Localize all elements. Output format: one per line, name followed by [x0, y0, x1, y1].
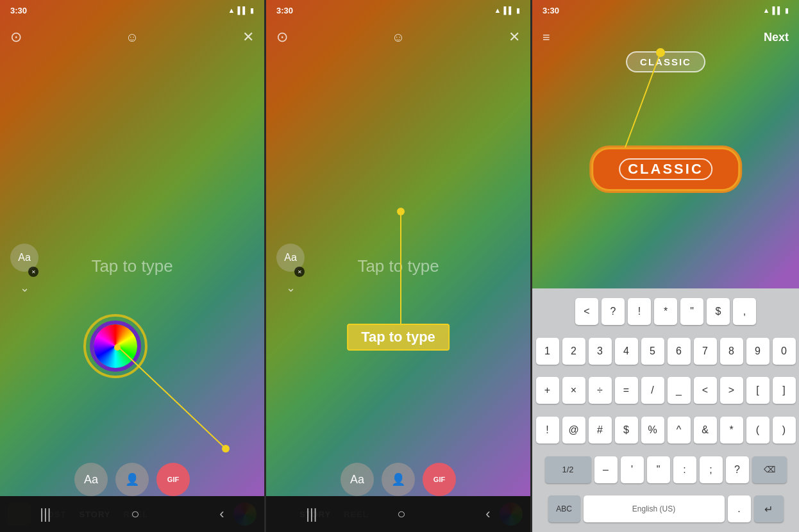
key-semi[interactable]: ;: [700, 456, 723, 483]
key-eq[interactable]: =: [615, 377, 638, 404]
signal-icon: ▌▌: [237, 6, 248, 14]
gif-toolbar-btn-1[interactable]: GIF: [156, 463, 190, 496]
avatar-icon-2: 👤: [391, 472, 405, 486]
key-slash[interactable]: /: [641, 377, 664, 404]
classic-btn-main[interactable]: CLASSIC: [591, 147, 740, 191]
key-3[interactable]: 3: [589, 338, 612, 365]
key-7[interactable]: 7: [694, 338, 717, 365]
key-under[interactable]: _: [668, 377, 691, 404]
key-8[interactable]: 8: [720, 338, 743, 365]
font-style-btn-1: Aa ✕ ⌄: [10, 244, 38, 295]
close-icon-2[interactable]: ✕: [509, 29, 520, 46]
panel3-gradient-area: 3:30 ▲ ▌▌ ▮ ≡ CLASSIC Next CLASSIC: [532, 0, 799, 288]
key-backspace[interactable]: ⌫: [752, 456, 787, 483]
key-lbr[interactable]: [: [746, 377, 770, 404]
key-apos[interactable]: ': [621, 456, 644, 483]
key-excl[interactable]: !: [628, 298, 651, 325]
font-close-1[interactable]: ✕: [28, 267, 38, 277]
key-dquote[interactable]: ": [647, 456, 670, 483]
key-caret[interactable]: ^: [668, 417, 691, 444]
key-9[interactable]: 9: [746, 338, 770, 365]
key-star2[interactable]: *: [720, 417, 743, 444]
panel-1: 3:30 ▲ ▌▌ ▮ ⊙ ☺ ✕ Tap to type Aa ✕ ⌄: [0, 0, 266, 532]
key-div[interactable]: ÷: [589, 377, 612, 404]
face-icon[interactable]: ☺: [126, 30, 139, 45]
face-icon-2[interactable]: ☺: [392, 30, 405, 45]
key-row-5: 1/2 – ' " : ; ? ⌫: [535, 452, 796, 488]
key-return[interactable]: ↵: [754, 495, 784, 522]
key-plus[interactable]: +: [536, 377, 559, 404]
font-close-2[interactable]: ✕: [294, 267, 305, 277]
chevron-down-2[interactable]: ⌄: [286, 281, 296, 295]
close-icon-1[interactable]: ✕: [242, 29, 254, 46]
bottom-toolbar-2: Aa 👤 GIF: [330, 463, 530, 496]
key-amp[interactable]: &: [694, 417, 717, 444]
settings-icon[interactable]: ⊙: [10, 29, 22, 46]
key-0[interactable]: 0: [773, 338, 796, 365]
key-period[interactable]: .: [728, 495, 751, 522]
bottom-toolbar-1: Aa 👤 GIF: [64, 463, 264, 496]
gif-label-2: GIF: [433, 476, 445, 483]
nav-lines-icon-2[interactable]: |||: [306, 506, 317, 522]
key-6[interactable]: 6: [668, 338, 691, 365]
key-hash[interactable]: #: [589, 417, 612, 444]
key-lt[interactable]: <: [575, 298, 598, 325]
key-pct[interactable]: %: [641, 417, 664, 444]
color-wheel-gradient: [94, 324, 137, 368]
key-dol2[interactable]: $: [615, 417, 638, 444]
key-excl2[interactable]: !: [536, 417, 559, 444]
key-at[interactable]: @: [562, 417, 585, 444]
font-toolbar-label-2: Aa: [350, 473, 364, 486]
tap-to-type-1[interactable]: Tap to type: [91, 256, 172, 276]
battery-icon: ▮: [250, 6, 254, 15]
key-rparen[interactable]: ): [773, 417, 796, 444]
font-label-1: Aa: [18, 252, 31, 263]
nav-back-icon[interactable]: ‹: [219, 506, 224, 522]
panel-3: 3:30 ▲ ▌▌ ▮ ≡ CLASSIC Next CLASSIC: [532, 0, 799, 532]
avatar-icon-1: 👤: [125, 472, 139, 486]
next-button[interactable]: Next: [764, 31, 789, 44]
key-5[interactable]: 5: [641, 338, 664, 365]
font-toolbar-btn-1[interactable]: Aa: [74, 463, 108, 496]
wifi-icon: ▲: [228, 6, 235, 14]
settings-icon-2[interactable]: ⊙: [276, 29, 288, 46]
nav-circle-icon[interactable]: ○: [131, 506, 139, 522]
chevron-down-1[interactable]: ⌄: [20, 281, 29, 295]
key-2[interactable]: 2: [562, 338, 585, 365]
key-dash[interactable]: –: [594, 456, 618, 483]
tap-to-type-highlight-text: Tap to type: [361, 329, 435, 345]
key-gt[interactable]: >: [720, 377, 743, 404]
color-wheel-container[interactable]: [83, 314, 147, 378]
avatar-toolbar-btn-1[interactable]: 👤: [115, 463, 149, 496]
wifi-icon-3: ▲: [763, 6, 770, 14]
key-colon[interactable]: :: [673, 456, 696, 483]
key-space[interactable]: English (US): [584, 495, 725, 522]
key-star[interactable]: *: [654, 298, 677, 325]
key-1[interactable]: 1: [536, 338, 559, 365]
key-times[interactable]: ×: [562, 377, 585, 404]
key-abc[interactable]: ABC: [548, 495, 580, 522]
nav-back-icon-2[interactable]: ‹: [485, 506, 490, 522]
key-q2[interactable]: ?: [726, 456, 749, 483]
key-lparen[interactable]: (: [746, 417, 770, 444]
tap-to-type-highlight[interactable]: Tap to type: [347, 324, 450, 351]
nav-lines-icon[interactable]: |||: [40, 506, 51, 522]
battery-icon-2: ▮: [516, 6, 520, 15]
tap-to-type-bg-2[interactable]: Tap to type: [357, 256, 439, 276]
gif-toolbar-btn-2[interactable]: GIF: [423, 463, 456, 496]
font-toolbar-btn-2[interactable]: Aa: [341, 463, 374, 496]
avatar-toolbar-btn-2[interactable]: 👤: [382, 463, 415, 496]
key-comma[interactable]: ,: [733, 298, 756, 325]
key-q[interactable]: ?: [601, 298, 625, 325]
menu-icon-3[interactable]: ≡: [542, 30, 550, 45]
key-quote[interactable]: ": [680, 298, 703, 325]
font-label-2: Aa: [284, 252, 297, 263]
key-dollar[interactable]: $: [707, 298, 730, 325]
classic-btn-top[interactable]: CLASSIC: [626, 51, 705, 72]
key-row-4: ! @ # $ % ^ & * ( ): [535, 412, 796, 448]
key-half[interactable]: 1/2: [545, 456, 591, 483]
key-rbr[interactable]: ]: [773, 377, 796, 404]
key-4[interactable]: 4: [615, 338, 638, 365]
nav-circle-icon-2[interactable]: ○: [397, 506, 405, 522]
key-lt2[interactable]: <: [694, 377, 717, 404]
